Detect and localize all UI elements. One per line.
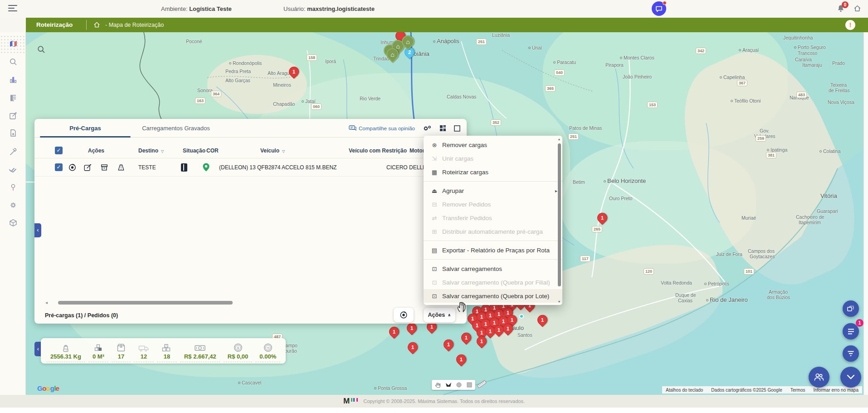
report-error-link[interactable]: Informar erro no mapa <box>814 388 859 393</box>
pan-tool-button[interactable] <box>433 381 443 389</box>
filter-icon[interactable]: ▽ <box>282 149 285 153</box>
view-icon[interactable] <box>68 163 77 172</box>
menu-item[interactable]: ⊡Salvar carregamento (Quebra por Lote) <box>424 289 562 303</box>
sidebar-item-settings[interactable] <box>0 196 26 214</box>
module-bar: Roteirização - Mapa de Roteirização ! <box>26 18 868 32</box>
maxima-logo-bars <box>351 398 358 402</box>
tab-pre-cargas[interactable]: Pré-Cargas <box>40 119 131 137</box>
collapse-fabs-button[interactable] <box>840 367 861 388</box>
menu-scrollbar-thumb[interactable] <box>558 143 561 286</box>
situacao-icon[interactable] <box>181 163 187 172</box>
home-icon[interactable] <box>853 5 861 12</box>
sidebar-item-pin[interactable] <box>0 178 26 197</box>
sidebar-item-search[interactable] <box>0 53 26 71</box>
menu-item: ⇄Transferir Pedidos <box>424 211 562 225</box>
notifications-badge: 0 <box>842 1 848 8</box>
users-fab[interactable] <box>809 367 829 388</box>
sidebar-item-edit[interactable] <box>0 107 26 125</box>
acoes-button[interactable]: Ações∧ <box>424 308 455 322</box>
rectangle-tool-button[interactable] <box>464 381 474 389</box>
road-icon[interactable] <box>117 163 126 172</box>
stat-value: 12 <box>141 353 147 360</box>
hamburger-menu-icon[interactable] <box>8 5 18 12</box>
scroll-down-arrow-icon[interactable]: ▼ <box>557 300 561 303</box>
list-fab-badge: 1 <box>856 319 863 327</box>
sidebar-item-map[interactable] <box>0 35 26 53</box>
scrollbar-thumb[interactable] <box>58 301 233 305</box>
weight-icon: Kg <box>60 342 71 353</box>
map-label: Jequitinhonha <box>783 35 813 40</box>
table-row[interactable]: ✓ TESTE (DELLEON) 13 QFB2874 ACCELO 815 … <box>34 158 467 177</box>
sidebar-item-approvals[interactable] <box>0 160 26 178</box>
divider <box>86 20 87 30</box>
column-header-destino[interactable]: Destino▽ <box>138 143 164 159</box>
town-dot-icon <box>704 283 707 285</box>
route-shield: 153 <box>647 102 658 108</box>
sidebar-item-tools[interactable] <box>0 143 26 161</box>
town-dot-icon <box>739 49 741 51</box>
column-header-a-es[interactable]: Ações <box>88 143 104 158</box>
select-all-checkbox[interactable]: ✓ <box>55 147 63 154</box>
route-shield: 364 <box>211 91 221 97</box>
menu-item[interactable]: ⊡Salvar carregamentos <box>424 262 562 275</box>
row-checkbox[interactable]: ✓ <box>55 163 63 171</box>
column-header-situa-o[interactable]: Situação <box>183 143 205 158</box>
column-header-ve-culo[interactable]: Veículo▽ <box>260 143 285 159</box>
map-search-icon[interactable] <box>37 45 46 54</box>
cor-pin-icon[interactable] <box>203 163 210 172</box>
pin-icon <box>9 183 18 192</box>
alert-button[interactable]: ! <box>845 20 855 30</box>
menu-item-label: Salvar carregamentos <box>442 266 502 272</box>
menu-item[interactable]: ⊗Remover cargas <box>424 138 562 152</box>
map-marker-cyan[interactable] <box>519 314 524 319</box>
scroll-up-arrow-icon[interactable]: ▲ <box>557 138 561 141</box>
town-dot-icon <box>433 40 435 43</box>
tab-carregamentos-gravados[interactable]: Carregamentos Gravados <box>131 119 221 137</box>
map-label: Araçuaí <box>739 47 759 53</box>
stat-value: 0 M³ <box>93 353 104 360</box>
map-label: Duque de <box>675 292 696 298</box>
map-label: Anápolis <box>433 38 459 44</box>
horizontal-scrollbar[interactable]: ◂ <box>34 300 462 305</box>
route-shield: 381 <box>766 152 776 158</box>
remove-icon: ⊗ <box>430 142 439 148</box>
sidebar-item-analytics[interactable] <box>0 70 26 88</box>
map-label: Goytacazes <box>750 254 775 259</box>
menu-item[interactable]: ⏏Agrupar▸ <box>424 184 562 197</box>
package-icon <box>9 218 18 227</box>
menu-item-label: Unir cargas <box>442 155 473 162</box>
sidebar-item-list[interactable] <box>0 88 26 107</box>
polygon-tool-button[interactable] <box>444 381 453 389</box>
page-scrollbar[interactable] <box>863 32 868 395</box>
settings-gears-icon[interactable] <box>423 125 432 132</box>
sidebar-item-document[interactable] <box>0 124 26 142</box>
circle-tool-button[interactable] <box>454 381 463 389</box>
stat-boxes: 18 <box>157 341 177 362</box>
maximize-icon[interactable] <box>454 125 460 132</box>
menu-scrollbar[interactable]: ▲ ▼ <box>557 138 561 303</box>
terms-link[interactable]: Termos <box>790 388 805 393</box>
filter-icon[interactable]: ▽ <box>161 149 164 153</box>
edit-icon[interactable] <box>83 163 92 172</box>
ruler-tool-button[interactable] <box>477 379 487 389</box>
route-shield: 352 <box>491 119 501 126</box>
feedback-link[interactable]: Compartilhe sua opinião <box>349 125 415 131</box>
map-label: Itapemirim <box>799 220 821 225</box>
filter-fab[interactable] <box>843 345 859 362</box>
menu-item[interactable]: ▤Exportar - Relatório de Praças por Rota <box>424 243 562 257</box>
panel-collapse-handle[interactable]: ‹ <box>34 223 41 237</box>
breadcrumb-home-icon[interactable] <box>93 21 100 28</box>
visibility-button[interactable] <box>394 308 414 322</box>
column-header-cor[interactable]: COR <box>206 143 219 158</box>
trash-icon: ⊟ <box>430 201 439 208</box>
scroll-left-arrow-icon[interactable]: ◂ <box>45 300 48 305</box>
archive-icon[interactable] <box>100 163 108 172</box>
map-label: Gov. <box>760 128 769 133</box>
google-logo-letter: o <box>46 384 50 392</box>
keyboard-shortcuts-link[interactable]: Atalhos do teclado <box>666 388 703 393</box>
grid-view-icon[interactable] <box>439 125 446 132</box>
column-header-ve-culo-com-restri-o[interactable]: Veículo com Restrição <box>349 143 407 158</box>
menu-item[interactable]: ▦Roteirizar cargas <box>424 165 562 179</box>
map-layers-fab[interactable] <box>843 300 859 317</box>
sidebar-item-package[interactable] <box>0 214 26 232</box>
